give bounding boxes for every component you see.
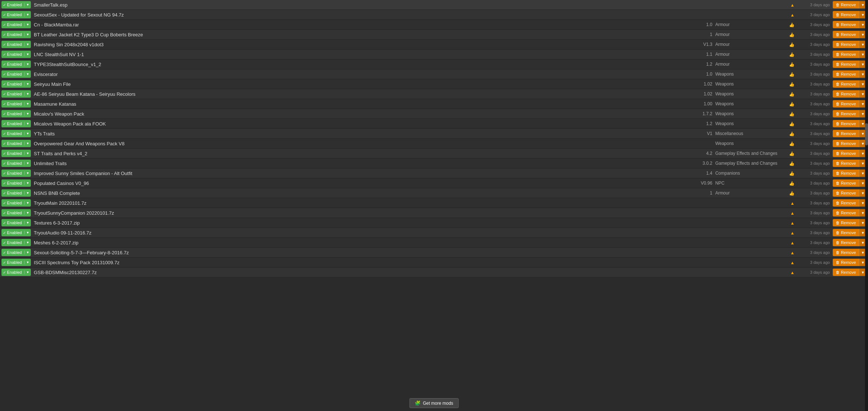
trash-icon: 🗑	[836, 270, 840, 274]
remove-label: Remove	[841, 230, 856, 235]
remove-button[interactable]: 🗑Remove	[833, 31, 859, 38]
enabled-button[interactable]: ✓Enabled▼	[1, 11, 31, 18]
warning-icon: ▲	[790, 250, 795, 255]
scrollbar-track[interactable]	[865, 0, 868, 277]
remove-button[interactable]: 🗑Remove	[833, 41, 859, 48]
warning-icon: ▲	[790, 12, 795, 18]
mod-version: 1.2	[693, 62, 715, 67]
remove-button[interactable]: 🗑Remove	[833, 80, 859, 88]
enabled-button[interactable]: ✓Enabled▼	[1, 41, 31, 48]
remove-label: Remove	[841, 171, 856, 175]
table-row: ✓Enabled▼Populated Casinos V0_96V0.96NPC…	[0, 178, 868, 188]
enabled-button[interactable]: ✓Enabled▼	[1, 120, 31, 127]
remove-button[interactable]: 🗑Remove	[833, 239, 859, 246]
remove-button[interactable]: 🗑Remove	[833, 11, 859, 18]
remove-button[interactable]: 🗑Remove	[833, 259, 859, 266]
chevron-down-icon: ▼	[24, 241, 29, 244]
enabled-button[interactable]: ✓Enabled▼	[1, 140, 31, 147]
remove-button[interactable]: 🗑Remove	[833, 110, 859, 117]
enabled-button[interactable]: ✓Enabled▼	[1, 80, 31, 88]
remove-button[interactable]: 🗑Remove	[833, 100, 859, 108]
enabled-label: Enabled	[7, 3, 22, 7]
check-icon: ✓	[3, 72, 6, 76]
remove-label: Remove	[841, 82, 856, 86]
remove-button[interactable]: 🗑Remove	[833, 61, 859, 68]
remove-button[interactable]: 🗑Remove	[833, 150, 859, 157]
enabled-button[interactable]: ✓Enabled▼	[1, 170, 31, 177]
enabled-button[interactable]: ✓Enabled▼	[1, 51, 31, 58]
trash-icon: 🗑	[836, 12, 840, 17]
remove-button[interactable]: 🗑Remove	[833, 170, 859, 177]
scrollbar-thumb[interactable]	[865, 123, 868, 145]
check-icon: ✓	[3, 191, 6, 195]
remove-button[interactable]: 🗑Remove	[833, 189, 859, 197]
enabled-button[interactable]: ✓Enabled▼	[1, 160, 31, 167]
mod-flag: 👍	[789, 22, 796, 28]
remove-button[interactable]: 🗑Remove	[833, 249, 859, 256]
enabled-button[interactable]: ✓Enabled▼	[1, 259, 31, 266]
enabled-button[interactable]: ✓Enabled▼	[1, 189, 31, 197]
thumbs-up-icon: 👍	[789, 191, 795, 196]
remove-button[interactable]: 🗑Remove	[833, 209, 859, 217]
enabled-button[interactable]: ✓Enabled▼	[1, 130, 31, 137]
mod-name: SmallerTalk.esp	[32, 2, 693, 8]
thumbs-up-icon: 👍	[789, 171, 795, 176]
remove-button[interactable]: 🗑Remove	[833, 90, 859, 98]
enabled-button[interactable]: ✓Enabled▼	[1, 239, 31, 246]
remove-button[interactable]: 🗑Remove	[833, 179, 859, 187]
enabled-button[interactable]: ✓Enabled▼	[1, 70, 31, 78]
trash-icon: 🗑	[836, 201, 840, 205]
enabled-button[interactable]: ✓Enabled▼	[1, 229, 31, 236]
enabled-button[interactable]: ✓Enabled▼	[1, 61, 31, 68]
enabled-button[interactable]: ✓Enabled▼	[1, 100, 31, 108]
remove-button[interactable]: 🗑Remove	[833, 51, 859, 58]
remove-button[interactable]: 🗑Remove	[833, 160, 859, 167]
remove-button-group: 🗑Remove▼	[833, 150, 867, 157]
remove-label: Remove	[841, 181, 856, 185]
enabled-button[interactable]: ✓Enabled▼	[1, 21, 31, 28]
warning-icon: ▲	[790, 270, 795, 275]
chevron-down-icon: ▼	[24, 181, 29, 185]
mod-list: ✓Enabled▼SmallerTalk.esp▲3 days ago🗑Remo…	[0, 0, 868, 277]
trash-icon: 🗑	[836, 260, 840, 265]
warning-icon: ▲	[790, 211, 795, 216]
mod-flag: 👍	[789, 52, 796, 57]
remove-button[interactable]: 🗑Remove	[833, 70, 859, 78]
check-icon: ✓	[3, 211, 6, 215]
enabled-button[interactable]: ✓Enabled▼	[1, 199, 31, 207]
remove-button[interactable]: 🗑Remove	[833, 219, 859, 226]
remove-button-group: 🗑Remove▼	[833, 120, 867, 127]
enabled-button[interactable]: ✓Enabled▼	[1, 249, 31, 256]
enabled-button[interactable]: ✓Enabled▼	[1, 209, 31, 217]
remove-button[interactable]: 🗑Remove	[833, 1, 859, 8]
enabled-button[interactable]: ✓Enabled▼	[1, 219, 31, 226]
enabled-button[interactable]: ✓Enabled▼	[1, 269, 31, 276]
remove-label: Remove	[841, 221, 856, 225]
mod-category: Armour	[715, 190, 789, 196]
enabled-button[interactable]: ✓Enabled▼	[1, 1, 31, 8]
enabled-button[interactable]: ✓Enabled▼	[1, 150, 31, 157]
table-row: ✓Enabled▼SmallerTalk.esp▲3 days ago🗑Remo…	[0, 0, 868, 10]
remove-button[interactable]: 🗑Remove	[833, 269, 859, 276]
mod-category: NPC	[715, 181, 789, 186]
mod-version: 3.0.2	[693, 161, 715, 166]
enabled-button[interactable]: ✓Enabled▼	[1, 90, 31, 98]
enabled-button[interactable]: ✓Enabled▼	[1, 110, 31, 117]
mod-version: 1	[693, 32, 715, 37]
enabled-button[interactable]: ✓Enabled▼	[1, 31, 31, 38]
remove-button[interactable]: 🗑Remove	[833, 130, 859, 137]
enabled-button[interactable]: ✓Enabled▼	[1, 179, 31, 187]
mod-name: Populated Casinos V0_96	[32, 181, 693, 186]
chevron-down-icon: ▼	[24, 261, 29, 264]
remove-button[interactable]: 🗑Remove	[833, 21, 859, 28]
remove-button-group: 🗑Remove▼	[833, 130, 867, 137]
mod-time: 3 days ago	[796, 102, 833, 106]
remove-button[interactable]: 🗑Remove	[833, 140, 859, 147]
remove-button-group: 🗑Remove▼	[833, 31, 867, 38]
mod-name: ISCIII Spectrums Toy Pack 20131009.7z	[32, 260, 693, 265]
remove-button[interactable]: 🗑Remove	[833, 229, 859, 236]
check-icon: ✓	[3, 62, 6, 66]
chevron-down-icon: ▼	[861, 241, 865, 245]
remove-button[interactable]: 🗑Remove	[833, 199, 859, 207]
remove-button[interactable]: 🗑Remove	[833, 120, 859, 127]
